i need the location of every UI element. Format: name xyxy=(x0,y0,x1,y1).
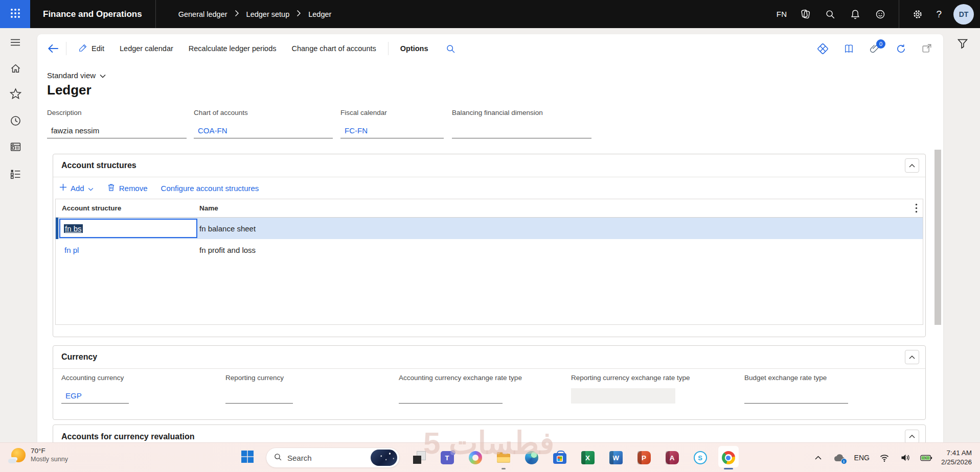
tray-chevron-up-icon[interactable] xyxy=(812,452,825,464)
hamburger-menu-icon[interactable] xyxy=(9,36,21,49)
favorites-star-icon[interactable] xyxy=(9,87,21,100)
recent-clock-icon[interactable] xyxy=(9,114,21,127)
taskbar-app-store[interactable] xyxy=(545,444,574,471)
actionbar-search-icon[interactable] xyxy=(444,42,458,55)
fiscal-calendar-link[interactable]: FC-FN xyxy=(340,123,444,138)
description-label: Description xyxy=(47,109,187,116)
home-icon[interactable] xyxy=(9,62,21,75)
weather-temperature: 70°F xyxy=(31,447,68,455)
battery-charging-icon[interactable] xyxy=(920,452,932,464)
taskbar-search-box[interactable]: Search xyxy=(266,447,400,468)
table-row[interactable]: fn pl fn profit and loss xyxy=(56,239,923,261)
grid-options-ellipsis-icon[interactable] xyxy=(915,203,918,215)
avatar[interactable]: DT xyxy=(953,4,974,25)
windows-logo-icon xyxy=(241,450,254,465)
task-guide-book-icon[interactable] xyxy=(842,42,855,55)
weather-condition: Mostly sunny xyxy=(31,456,68,463)
budget-exchange-rate-type-label: Budget exchange rate type xyxy=(744,374,848,382)
taskbar-weather-widget[interactable]: 70°F Mostly sunny xyxy=(11,447,68,463)
copilot-icon[interactable] xyxy=(799,8,812,21)
search-highlight-image[interactable] xyxy=(371,450,397,466)
edit-label: Edit xyxy=(92,44,104,53)
refresh-icon[interactable] xyxy=(895,42,907,55)
collapse-section-button[interactable] xyxy=(905,158,919,173)
trash-icon xyxy=(107,183,116,193)
wifi-icon[interactable] xyxy=(878,452,891,464)
collapse-section-button[interactable] xyxy=(905,430,919,443)
settings-gear-icon[interactable] xyxy=(911,8,924,21)
taskbar-app-access[interactable]: A xyxy=(658,444,686,471)
taskbar-app-powerpoint[interactable]: P xyxy=(630,444,658,471)
taskbar-app-chrome[interactable] xyxy=(714,444,742,471)
currency-section: Currency Accounting currency EGP Reporti… xyxy=(53,345,926,420)
volume-icon[interactable] xyxy=(899,452,911,464)
add-button[interactable]: Add xyxy=(59,183,94,193)
taskbar-app-copilot[interactable] xyxy=(461,444,489,471)
reporting-currency-input[interactable] xyxy=(225,388,293,404)
onedrive-icon[interactable]: i xyxy=(833,452,846,464)
personalize-diamond-icon[interactable] xyxy=(816,42,829,55)
account-structure-edit-input[interactable]: fn bs xyxy=(59,219,197,238)
name-cell: fn profit and loss xyxy=(195,246,923,254)
recalculate-ledger-periods-button[interactable]: Recalculate ledger periods xyxy=(181,38,284,59)
start-button[interactable] xyxy=(240,451,255,465)
powerpoint-icon: P xyxy=(637,451,651,464)
accounting-exchange-rate-type-input[interactable] xyxy=(399,388,503,404)
budget-exchange-rate-type-input[interactable] xyxy=(744,388,848,404)
excel-icon: X xyxy=(581,451,595,464)
back-arrow-icon[interactable] xyxy=(44,40,62,57)
edge-icon xyxy=(525,451,538,464)
collapse-section-button[interactable] xyxy=(905,350,919,364)
options-menu-button[interactable]: Options xyxy=(393,38,436,59)
breadcrumb-general-ledger[interactable]: General ledger xyxy=(178,10,227,18)
windows-taskbar: 70°F Mostly sunny Search T X W P A S i E… xyxy=(0,442,980,472)
notifications-bell-icon[interactable] xyxy=(849,8,862,21)
help-icon[interactable]: ? xyxy=(936,9,942,20)
feedback-smiley-icon[interactable] xyxy=(874,8,887,21)
currency-revaluation-header: Accounts for currency revaluation xyxy=(53,425,925,442)
change-chart-of-accounts-button[interactable]: Change chart of accounts xyxy=(284,38,384,59)
actionbar-divider xyxy=(388,42,389,55)
microsoft-store-icon xyxy=(553,453,566,464)
taskbar-clock[interactable]: 7:41 AM 2/25/2026 xyxy=(941,449,972,467)
chevron-down-icon xyxy=(100,71,106,80)
filter-funnel-icon[interactable] xyxy=(955,36,970,51)
chart-of-accounts-link[interactable]: COA-FN xyxy=(194,123,333,138)
accounting-currency-link[interactable]: EGP xyxy=(61,388,129,404)
action-bar: Edit Ledger calendar Recalculate ledger … xyxy=(37,34,943,63)
column-header-account-structure[interactable]: Account structure xyxy=(56,204,195,212)
remove-button[interactable]: Remove xyxy=(107,183,148,193)
table-row[interactable]: fn bs fn balance sheet xyxy=(56,218,923,239)
description-input[interactable]: fawzia nessim xyxy=(47,123,187,138)
taskbar-app-task-view[interactable] xyxy=(405,444,433,471)
modules-list-icon[interactable] xyxy=(9,168,21,180)
access-icon: A xyxy=(666,451,679,464)
account-structures-section: Account structures Add Remove Configure … xyxy=(53,154,926,337)
language-indicator[interactable]: ENG xyxy=(854,454,870,462)
balancing-dimension-input[interactable] xyxy=(452,123,591,138)
app-title: Finance and Operations xyxy=(43,9,142,19)
account-structure-link[interactable]: fn pl xyxy=(64,246,79,254)
workspaces-form-icon[interactable] xyxy=(9,140,21,153)
edit-button[interactable]: Edit xyxy=(71,38,112,59)
open-in-new-window-icon[interactable] xyxy=(921,42,933,55)
attachments-paperclip-icon[interactable]: 0 xyxy=(869,42,881,55)
breadcrumb-ledger[interactable]: Ledger xyxy=(308,10,331,18)
vertical-scrollbar[interactable] xyxy=(935,150,941,325)
breadcrumb-ledger-setup[interactable]: Ledger setup xyxy=(246,10,290,18)
configure-account-structures-button[interactable]: Configure account structures xyxy=(161,184,259,193)
taskbar-app-excel[interactable]: X xyxy=(574,444,602,471)
ledger-calendar-button[interactable]: Ledger calendar xyxy=(112,38,181,59)
chevron-down-icon xyxy=(88,184,94,193)
view-selector[interactable]: Standard view xyxy=(47,71,106,80)
column-header-name[interactable]: Name xyxy=(195,204,923,212)
taskbar-app-file-explorer[interactable] xyxy=(489,444,517,471)
plus-icon xyxy=(59,183,67,193)
search-icon[interactable] xyxy=(824,8,837,21)
app-launcher-button[interactable] xyxy=(0,0,30,28)
taskbar-app-teams[interactable]: T xyxy=(433,444,461,471)
taskbar-app-skype[interactable]: S xyxy=(686,444,714,471)
taskbar-app-word[interactable]: W xyxy=(602,444,630,471)
taskbar-app-edge[interactable] xyxy=(517,444,545,471)
environment-badge[interactable]: FN xyxy=(777,10,787,18)
